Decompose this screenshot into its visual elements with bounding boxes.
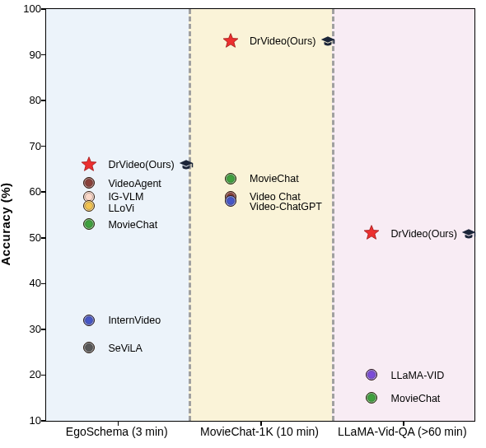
- pt-drvideo-ego: [80, 156, 98, 174]
- y-tickmark: [41, 237, 46, 239]
- pt-videochatgpt: [225, 195, 236, 207]
- star-icon: [362, 224, 381, 242]
- pt-sevila: [83, 342, 95, 353]
- y-tickmark: [41, 375, 46, 376]
- region-egoschema: [46, 9, 189, 421]
- y-tickmark: [41, 191, 46, 193]
- y-tickmark: [41, 283, 46, 285]
- label-drvideo-mc1k: DrVideo(Ours): [250, 36, 315, 47]
- star-icon: [80, 156, 98, 174]
- chart-container: Accuracy (%) 10 20 30 40 50 60 70 80 90 …: [0, 0, 486, 448]
- pt-llamavid: [366, 369, 377, 380]
- region-llamavidqa: [332, 9, 474, 421]
- label-drvideo-llamavid: DrVideo(Ours): [391, 229, 457, 240]
- y-tick-30: 30: [30, 322, 41, 334]
- y-tickmark: [41, 54, 46, 56]
- graduation-cap-icon: [179, 158, 194, 173]
- pt-moviechat-ego: [83, 218, 95, 230]
- y-tick-10: 10: [30, 414, 41, 427]
- label-videoagent: VideoAgent: [108, 179, 161, 189]
- divider-1: [189, 9, 191, 421]
- y-tick-80: 80: [30, 94, 41, 106]
- pt-moviechat-mc1k: [225, 173, 236, 184]
- y-tickmark: [41, 8, 46, 10]
- label-llamavid: LLaMA-VID: [391, 371, 445, 381]
- region-moviechat1k: [189, 9, 331, 421]
- label-videochatgpt: Video-ChatGPT: [250, 202, 322, 212]
- label-moviechat-ego: MovieChat: [108, 220, 157, 231]
- y-axis-label: Accuracy (%): [0, 182, 12, 265]
- y-tickmark: [41, 100, 46, 101]
- x-cat-2: LLaMA-Vid-QA (>60 min): [338, 425, 467, 438]
- label-moviechat-llamavid: MovieChat: [391, 394, 441, 404]
- divider-2: [332, 9, 334, 421]
- pt-drvideo-llamavid: [362, 224, 381, 242]
- plot-area: DrVideo(Ours) VideoAgent IG-VLM LLoVi Mo…: [45, 8, 475, 422]
- label-internvideo: InternVideo: [108, 315, 161, 326]
- star-icon: [222, 32, 240, 50]
- y-tick-70: 70: [30, 139, 41, 152]
- y-tickmark: [41, 420, 46, 422]
- graduation-cap-icon: [461, 227, 476, 242]
- label-llovi: LLoVi: [108, 203, 134, 214]
- x-cat-1: MovieChat-1K (10 min): [200, 425, 319, 438]
- pt-drvideo-mc1k: [222, 32, 240, 50]
- label-igvlm: IG-VLM: [108, 192, 143, 203]
- graduation-cap-icon: [320, 35, 335, 49]
- label-moviechat-mc1k: MovieChat: [250, 174, 299, 184]
- label-drvideo-ego: DrVideo(Ours): [108, 160, 174, 170]
- y-tick-100: 100: [23, 2, 41, 15]
- pt-videoagent: [83, 177, 95, 189]
- x-cat-0: EgoSchema (3 min): [66, 425, 168, 438]
- y-tick-60: 60: [30, 185, 41, 198]
- y-tick-20: 20: [30, 368, 41, 380]
- pt-moviechat-llamavid: [366, 392, 377, 404]
- y-tickmark: [41, 329, 46, 330]
- label-sevila: SeViLA: [108, 343, 142, 354]
- y-tick-50: 50: [30, 231, 41, 243]
- y-tickmark: [41, 146, 46, 147]
- y-tick-40: 40: [30, 277, 41, 289]
- pt-llovi: [83, 200, 95, 212]
- y-tick-90: 90: [30, 48, 41, 60]
- pt-internvideo: [83, 315, 95, 326]
